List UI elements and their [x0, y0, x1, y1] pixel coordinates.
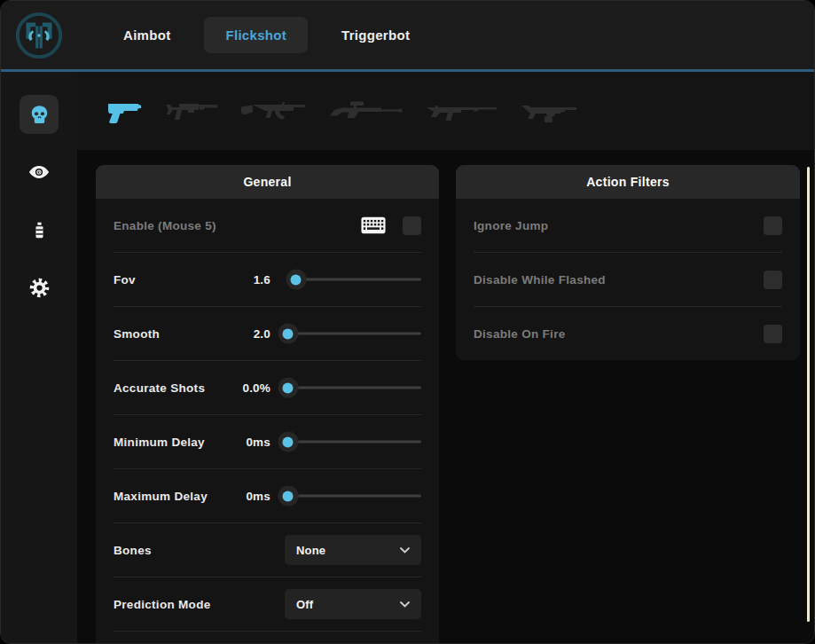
ignore-jump-label: Ignore Jump [474, 219, 548, 232]
slider-track[interactable] [286, 387, 421, 389]
maximum-delay-slider-thumb[interactable] [278, 486, 298, 507]
smooth-slider[interactable] [286, 323, 421, 344]
maximum-delay-value: 0ms [231, 490, 270, 503]
filter-row-disable-on-fire: Disable On Fire [456, 307, 800, 360]
slider-track[interactable] [286, 333, 421, 335]
slider-thumb-dot [291, 274, 302, 285]
sniper-icon [326, 97, 404, 125]
setting-row-accurate-shots: Accurate Shots 0.0% [96, 361, 439, 414]
panel-spacer [96, 632, 439, 644]
prediction-mode-dropdown-value: Off [296, 598, 313, 611]
accurate-shots-value: 0.0% [231, 381, 270, 395]
maximum-delay-label: Maximum Delay [114, 490, 208, 503]
setting-row-smooth: Smooth 2.0 [96, 307, 439, 360]
weapon-selector-bar [77, 72, 814, 150]
sidebar-item-aim[interactable] [20, 95, 59, 134]
minimum-delay-label: Minimum Delay [114, 436, 205, 449]
setting-row-fov: Fov 1.6 [96, 253, 439, 306]
maximum-delay-slider[interactable] [286, 485, 421, 507]
tab-flickshot[interactable]: Flickshot [204, 17, 308, 53]
fov-slider-thumb[interactable] [286, 270, 306, 290]
general-panel: General Enable (Mouse 5) [96, 165, 439, 644]
accurate-shots-slider-thumb[interactable] [278, 378, 298, 398]
auto-sniper-icon [423, 97, 499, 125]
setting-row-enable: Enable (Mouse 5) [96, 199, 439, 252]
header-bar: Aimbot Flickshot Triggerbot [1, 1, 814, 72]
general-panel-title: General [96, 165, 439, 199]
ignore-jump-checkbox[interactable] [764, 216, 782, 235]
slider-thumb-dot [283, 382, 294, 393]
smg-icon [163, 97, 220, 125]
prediction-mode-label: Prediction Mode [114, 598, 211, 611]
bones-dropdown[interactable]: None [285, 535, 421, 565]
tab-aimbot[interactable]: Aimbot [102, 17, 192, 53]
slider-thumb-dot [283, 491, 294, 501]
setting-row-maximum-delay: Maximum Delay 0ms [96, 469, 439, 522]
filter-row-ignore-jump: Ignore Jump [456, 199, 800, 252]
accurate-shots-label: Accurate Shots [114, 381, 205, 395]
rifle-icon [239, 97, 308, 125]
disable-while-flashed-checkbox[interactable] [764, 271, 782, 289]
weapon-machine-gun[interactable] [513, 86, 585, 136]
top-tabs: Aimbot Flickshot Triggerbot [102, 17, 431, 53]
skull-icon [28, 104, 51, 126]
smooth-value: 2.0 [231, 327, 270, 341]
smooth-slider-thumb[interactable] [278, 324, 298, 344]
vertical-scrollbar[interactable] [807, 167, 810, 622]
gear-icon [28, 277, 51, 299]
pistol-icon [106, 97, 145, 125]
slider-track[interactable] [286, 495, 421, 498]
slider-thumb-dot [283, 436, 294, 447]
weapon-rifle[interactable] [233, 86, 313, 136]
disable-on-fire-checkbox[interactable] [764, 325, 782, 343]
setting-row-minimum-delay: Minimum Delay 0ms [96, 415, 439, 468]
smooth-label: Smooth [114, 327, 160, 341]
fov-slider[interactable] [286, 269, 421, 290]
fov-label: Fov [114, 273, 136, 287]
enable-label: Enable (Mouse 5) [114, 219, 216, 232]
sidebar [1, 72, 77, 644]
app-window: Aimbot Flickshot Triggerbot [0, 0, 815, 644]
accurate-shots-slider[interactable] [286, 377, 421, 398]
disable-while-flashed-label: Disable While Flashed [474, 273, 606, 287]
filter-row-disable-while-flashed: Disable While Flashed [456, 253, 800, 306]
bones-label: Bones [114, 544, 152, 557]
weapon-auto-sniper[interactable] [418, 86, 505, 136]
chevron-down-icon [400, 547, 410, 554]
chevron-down-icon [400, 601, 410, 608]
machine-gun-icon [518, 97, 580, 125]
eye-icon [27, 161, 51, 184]
fov-value: 1.6 [231, 273, 270, 287]
sidebar-item-misc[interactable] [20, 210, 59, 249]
weapon-sniper[interactable] [321, 86, 410, 136]
minimum-delay-value: 0ms [231, 436, 270, 449]
disable-on-fire-label: Disable On Fire [474, 327, 566, 341]
keyboard-icon[interactable] [361, 216, 386, 234]
weapon-smg[interactable] [158, 86, 225, 136]
enable-checkbox[interactable] [403, 216, 421, 235]
tab-triggerbot[interactable]: Triggerbot [320, 17, 431, 53]
action-filters-panel: Action Filters Ignore Jump Disable While… [456, 165, 800, 360]
content-area: General Enable (Mouse 5) [77, 150, 814, 644]
sidebar-item-settings[interactable] [20, 268, 59, 307]
setting-row-bones: Bones None [96, 523, 439, 577]
slider-track[interactable] [286, 441, 421, 444]
bones-dropdown-value: None [296, 544, 325, 557]
minimum-delay-slider-thumb[interactable] [278, 432, 298, 452]
slider-track[interactable] [286, 279, 421, 281]
prediction-mode-dropdown[interactable]: Off [285, 589, 421, 619]
sidebar-item-visuals[interactable] [20, 153, 59, 192]
setting-row-prediction-mode: Prediction Mode Off [96, 577, 439, 631]
weapon-pistol[interactable] [100, 86, 150, 136]
slider-thumb-dot [283, 328, 294, 339]
app-logo-icon [13, 10, 65, 61]
spray-icon [30, 219, 49, 241]
minimum-delay-slider[interactable] [286, 431, 421, 452]
action-filters-panel-title: Action Filters [456, 165, 800, 199]
